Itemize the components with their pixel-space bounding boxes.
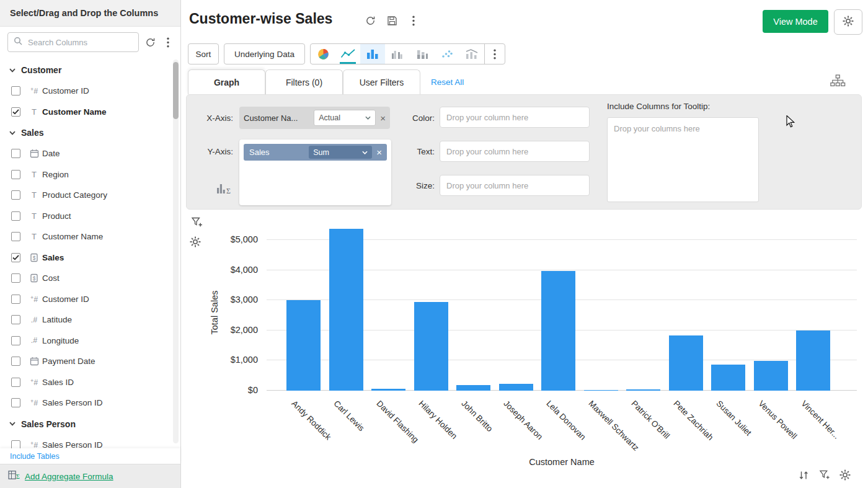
tab-filters-0[interactable]: Filters (0) [265,69,343,94]
y-tick-label: $2,000 [210,325,258,335]
line-chart-icon[interactable] [335,44,360,64]
checkbox[interactable] [11,211,20,221]
bar-vincent-her[interactable] [796,331,830,391]
checkbox[interactable] [11,357,20,366]
remove-y-column-icon[interactable]: × [376,148,382,157]
checkbox[interactable] [11,295,20,304]
scatter-chart-icon[interactable] [435,44,459,64]
bar-david-flashing[interactable] [371,389,405,391]
chart-types-more-icon[interactable] [484,44,505,64]
bar-joseph-aaron[interactable] [499,384,533,391]
include-tables-link[interactable]: Include Tables [0,448,180,464]
sidebar-scrollbar[interactable] [173,60,179,443]
title-more-icon[interactable] [407,14,420,27]
color-drop-zone[interactable]: Drop your column here [440,107,590,128]
bar-john-britto[interactable] [456,385,490,391]
column-item-latitude[interactable]: .#Latitude [0,309,173,331]
sidebar-more-icon[interactable] [161,35,175,49]
checkbox[interactable] [11,190,20,200]
chart-sort-icon[interactable] [797,468,811,482]
bar-hilary-holden[interactable] [414,302,448,391]
y-axis-chip[interactable]: Sales Sum × [244,144,387,161]
column-item-sales[interactable]: $Sales [0,247,173,268]
add-aggregate-formula-link[interactable]: Add Aggregate Formula [25,472,113,481]
y-axis-aggregate-select[interactable]: Sum [309,146,372,159]
column-item-customer-id[interactable]: +#Customer ID [0,289,173,310]
tooltip-columns-drop-zone[interactable]: Drop your columns here [607,117,759,202]
column-item-cost[interactable]: $Cost [0,268,173,289]
hierarchy-icon[interactable] [830,74,846,89]
sidebar-header: Select/Drag and Drop the Columns [0,0,180,27]
checkbox[interactable] [11,86,20,95]
checkbox[interactable] [11,107,20,117]
scrollbar-thumb[interactable] [173,62,179,119]
grouped-bar-chart-icon[interactable] [385,44,410,64]
stacked-bar-chart-icon[interactable] [410,44,435,64]
checkbox[interactable] [11,149,20,158]
chart-filter-icon[interactable] [818,468,831,482]
column-item-sales-person-id[interactable]: +#Sales Person ID [0,435,173,449]
checkbox[interactable] [11,440,20,448]
tab-graph[interactable]: Graph [188,69,265,94]
bar-patrick-o-brill[interactable] [626,389,660,391]
column-item-payment-date[interactable]: Payment Date [0,351,173,372]
view-tabs: GraphFilters (0)User Filters [188,69,420,94]
checkbox[interactable] [11,273,20,283]
x-axis-aggregate-select[interactable]: Actual [314,110,376,126]
search-box[interactable] [7,32,139,52]
refresh-report-icon[interactable] [363,14,377,27]
sidebar-section-customer[interactable]: Customer [0,60,173,81]
search-input[interactable] [27,37,138,48]
save-icon[interactable] [385,14,399,27]
checkbox[interactable] [11,253,20,262]
column-item-customer-name[interactable]: TCustomer Name [0,226,173,247]
chart-gear-icon[interactable] [190,236,201,250]
text-label: Text: [401,147,435,156]
checkbox[interactable] [11,336,20,345]
bar-chart-icon[interactable] [360,44,385,64]
aggregate-bars-icon[interactable]: Σ [216,182,231,197]
checkbox[interactable] [11,232,20,241]
checkbox[interactable] [11,398,20,407]
checkbox[interactable] [11,315,20,324]
column-item-longitude[interactable]: .#Longitude [0,331,173,352]
columns-tree: Customer+#Customer IDTCustomer NameSales… [0,60,173,448]
chart-settings-icon[interactable] [838,468,852,482]
bar-lela-donovan[interactable] [541,271,575,391]
column-item-customer-name[interactable]: TCustomer Name [0,102,173,123]
sort-button[interactable]: Sort [188,43,219,64]
column-item-customer-id[interactable]: +#Customer ID [0,81,173,102]
bar-maxwell-schwartz[interactable] [584,390,618,391]
settings-button[interactable] [834,9,862,35]
size-drop-zone[interactable]: Drop your column here [440,175,590,196]
remove-x-column-icon[interactable]: × [380,113,386,123]
column-item-product[interactable]: TProduct [0,206,173,227]
bar-susan-juliet[interactable] [711,365,745,391]
refresh-columns-icon[interactable] [143,35,157,49]
x-axis-chip[interactable]: Customer Na... Actual × [239,107,390,129]
y-axis-panel[interactable]: Sales Sum × [239,140,391,205]
sidebar-section-sales[interactable]: Sales [0,122,173,143]
date-type-icon [27,357,41,366]
pie-chart-icon[interactable] [311,44,335,64]
column-item-sales-person-id[interactable]: +#Sales Person ID [0,393,173,414]
underlying-data-button[interactable]: Underlying Data [224,43,305,64]
sidebar-section-sales-person[interactable]: Sales Person [0,414,173,435]
combo-chart-icon[interactable] [459,44,484,64]
view-mode-button[interactable]: View Mode [763,10,828,33]
column-item-sales-id[interactable]: +#Sales ID [0,372,173,393]
checkbox[interactable] [11,378,20,387]
bar-andy-roddick[interactable] [286,300,321,391]
column-item-region[interactable]: TRegion [0,164,173,185]
text-drop-zone[interactable]: Drop your column here [440,141,590,162]
column-item-date[interactable]: Date [0,143,173,164]
column-item-product-category[interactable]: TProduct Category [0,185,173,206]
tab-user-filters[interactable]: User Filters [343,69,420,94]
numeric-type-icon: +# [27,295,41,304]
bar-pete-zachriah[interactable] [669,335,703,391]
add-filter-icon[interactable] [191,216,203,231]
checkbox[interactable] [11,170,20,179]
bar-carl-lewis[interactable] [329,229,363,391]
reset-all-link[interactable]: Reset All [431,69,464,94]
bar-venus-powell[interactable] [754,361,788,391]
